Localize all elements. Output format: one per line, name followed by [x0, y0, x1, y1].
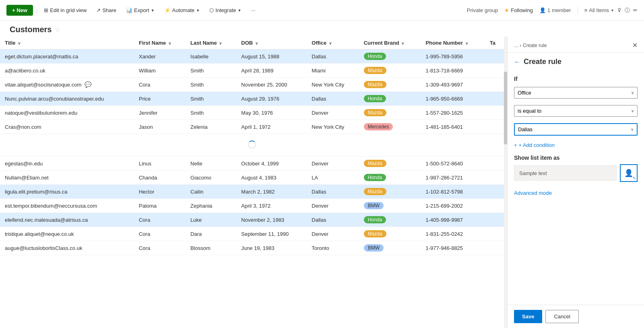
excel-icon: 📊	[126, 7, 132, 13]
cell-firstname[interactable]: Cora	[134, 213, 186, 227]
table-row[interactable]: est.tempor.bibendum@neccursusa.comPaloma…	[0, 199, 504, 213]
brand-badge: Mercedes	[364, 123, 393, 130]
table-row[interactable]: eleifend.nec.malesuada@atrisus.caCoraLuk…	[0, 213, 504, 227]
table-row[interactable]: Nullam@Etiam.netChandaGiacomoAugust 4, 1…	[0, 171, 504, 185]
save-button[interactable]: Save	[514, 310, 542, 323]
firstname-sort-icon: ∨	[168, 41, 171, 45]
integrate-button[interactable]: ⬡ Integrate ▼	[206, 6, 244, 15]
export-button[interactable]: 📊 Export ▼	[123, 6, 158, 15]
cell-firstname[interactable]: Price	[134, 92, 186, 106]
cancel-button[interactable]: Cancel	[545, 310, 578, 323]
condition-value-section: Dallas ∨	[514, 123, 638, 136]
cell-office: New York City	[307, 78, 359, 92]
panel-footer: Save Cancel	[508, 305, 644, 328]
cell-lastname[interactable]: Cailin	[186, 185, 236, 199]
table-row[interactable]: augue@luctuslobortisClass.co.ukCoraBloss…	[0, 241, 504, 255]
cell-dob[interactable]: March 2, 1982	[236, 185, 307, 199]
cell-lastname[interactable]: Isabelle	[186, 50, 236, 64]
info-icon[interactable]: ⓘ	[625, 7, 630, 14]
col-title[interactable]: Title ∨	[0, 37, 134, 50]
person-format-icon: 👤	[624, 169, 633, 177]
sep1: |	[36, 7, 37, 13]
cell-lastname[interactable]: Luke	[186, 213, 236, 227]
brand-badge: Honda	[364, 174, 386, 181]
col-last-name[interactable]: Last Name ∨	[186, 37, 236, 50]
table-row[interactable]: egestas@in.eduLinusNelleOctober 4, 1999D…	[0, 157, 504, 171]
add-condition-button[interactable]: + + Add condition	[514, 142, 638, 148]
col-phone[interactable]: Phone Number ∨	[421, 37, 485, 50]
col-first-name[interactable]: First Name ∨	[134, 37, 186, 50]
cell-lastname: Smith	[186, 106, 236, 120]
breadcrumb-separator-icon: ›	[520, 43, 521, 48]
cell-firstname[interactable]: Xander	[134, 50, 186, 64]
data-table: Title ∨ First Name ∨ Last Name ∨ DOB ∨ O…	[0, 37, 504, 255]
icon-picker-button[interactable]: 👤 ↖	[620, 164, 638, 182]
col-dob[interactable]: DOB ∨	[236, 37, 307, 50]
cell-brand: Honda	[359, 50, 421, 64]
cell-phone[interactable]: 1-102-812-5798	[421, 185, 485, 199]
all-items-button[interactable]: ≡ All Items ▼	[584, 7, 614, 13]
favorite-star-icon[interactable]: ☆	[55, 26, 60, 33]
table-row[interactable]: eget.dictum.placerat@mattis.caXanderIsab…	[0, 50, 504, 64]
panel-body: If Office ∨ is equal to ∨ Dallas ∨	[508, 69, 644, 305]
back-button[interactable]: ←	[514, 58, 520, 66]
edit-icon[interactable]: ✏	[633, 7, 638, 13]
loading-spinner	[248, 140, 256, 148]
following-button[interactable]: ★ Following	[504, 7, 533, 13]
table-row[interactable]: Nunc.pulvinar.arcu@conubianostraper.eduP…	[0, 92, 504, 106]
condition-value-dropdown[interactable]: Dallas ∨	[514, 123, 638, 136]
cell-dob[interactable]: August 29, 1976	[236, 92, 307, 106]
table-row[interactable]: natoque@vestibulumlorem.eduJenniferSmith…	[0, 106, 504, 120]
condition-field-dropdown[interactable]: Office ∨	[514, 87, 638, 99]
cell-firstname: Paloma	[134, 199, 186, 213]
cell-firstname[interactable]: Hector	[134, 185, 186, 199]
cell-lastname: Blossom	[186, 241, 236, 255]
brand-badge: Honda	[364, 53, 386, 60]
scroll-thumb[interactable]	[504, 72, 507, 144]
brand-badge: Honda	[364, 216, 386, 223]
cell-office: Denver	[307, 227, 359, 241]
col-current-brand[interactable]: Current Brand ∨	[359, 37, 421, 50]
condition-field-value: Office	[518, 90, 531, 96]
cell-phone: 1-309-493-9697	[421, 78, 485, 92]
table-header-row: Title ∨ First Name ∨ Last Name ∨ DOB ∨ O…	[0, 37, 504, 50]
panel-header: ... › Create rule ✕	[508, 37, 644, 53]
table-row[interactable]: tristique.aliquet@neque.co.ukCoraDaraSep…	[0, 227, 504, 241]
close-button[interactable]: ✕	[632, 41, 638, 49]
cell-title: vitae.aliquet@sociisnatoque.com 💬	[0, 78, 134, 92]
edit-grid-view-button[interactable]: ⊞ Edit in grid view	[41, 6, 90, 15]
list-area[interactable]: Title ∨ First Name ∨ Last Name ∨ DOB ∨ O…	[0, 37, 504, 328]
advanced-mode-link[interactable]: Advanced mode	[514, 190, 638, 196]
table-row[interactable]: ligula.elit.pretium@risus.caHectorCailin…	[0, 185, 504, 199]
new-button[interactable]: + New	[6, 5, 33, 16]
col-ta[interactable]: Ta	[485, 37, 504, 50]
breadcrumb-more[interactable]: ...	[514, 43, 518, 48]
add-condition-label: + Add condition	[519, 142, 555, 148]
automate-button[interactable]: ⚡ Automate ▼	[161, 6, 203, 15]
more-button[interactable]: ···	[248, 6, 258, 15]
cell-phone: 1-500-572-8640	[421, 157, 485, 171]
cell-lastname[interactable]: Smith	[186, 92, 236, 106]
cell-title: tristique.aliquet@neque.co.uk	[0, 227, 134, 241]
cell-phone[interactable]: 1-965-950-6669	[421, 92, 485, 106]
col-office[interactable]: Office ∨	[307, 37, 359, 50]
condition-field-chevron-icon: ∨	[631, 91, 634, 95]
condition-value-chevron-icon: ∨	[631, 127, 634, 132]
brand-sort-icon: ∨	[401, 41, 404, 45]
cell-dob[interactable]: November 2, 1983	[236, 213, 307, 227]
cell-phone[interactable]: 1-405-998-9987	[421, 213, 485, 227]
table-row[interactable]: vitae.aliquet@sociisnatoque.com 💬CoraSmi…	[0, 78, 504, 92]
dob-sort-icon: ∨	[255, 41, 258, 45]
table-row[interactable]: a@aclibero.co.ukWilliamSmithApril 28, 19…	[0, 64, 504, 78]
cell-lastname: Nelle	[186, 157, 236, 171]
cell-ta	[485, 120, 504, 134]
cell-ta	[485, 227, 504, 241]
table-row[interactable]: Cras@non.comJasonZeleniaApril 1, 1972New…	[0, 120, 504, 134]
cell-dob[interactable]: August 15, 1988	[236, 50, 307, 64]
share-button[interactable]: ↗ Share	[93, 6, 120, 15]
brand-badge: Mazda	[364, 81, 386, 88]
toolbar: + New | ⊞ Edit in grid view ↗ Share 📊 Ex…	[0, 0, 644, 21]
scroll-track[interactable]	[504, 37, 507, 328]
filter-icon[interactable]: ⊽	[617, 7, 621, 13]
condition-operator-dropdown[interactable]: is equal to ∨	[514, 105, 638, 117]
